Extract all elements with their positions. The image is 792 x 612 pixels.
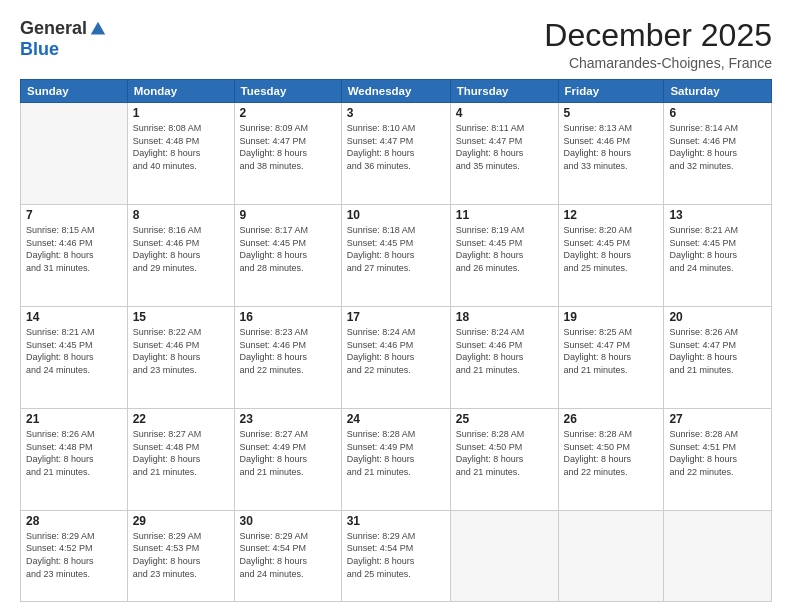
week-row-5: 28Sunrise: 8:29 AM Sunset: 4:52 PM Dayli… (21, 510, 772, 601)
header-cell-friday: Friday (558, 80, 664, 103)
day-cell: 8Sunrise: 8:16 AM Sunset: 4:46 PM Daylig… (127, 205, 234, 307)
day-info: Sunrise: 8:18 AM Sunset: 4:45 PM Dayligh… (347, 224, 445, 274)
svg-marker-0 (91, 21, 105, 34)
day-number: 23 (240, 412, 336, 426)
day-number: 5 (564, 106, 659, 120)
day-info: Sunrise: 8:13 AM Sunset: 4:46 PM Dayligh… (564, 122, 659, 172)
day-info: Sunrise: 8:15 AM Sunset: 4:46 PM Dayligh… (26, 224, 122, 274)
day-info: Sunrise: 8:29 AM Sunset: 4:54 PM Dayligh… (347, 530, 445, 580)
day-info: Sunrise: 8:20 AM Sunset: 4:45 PM Dayligh… (564, 224, 659, 274)
day-cell: 21Sunrise: 8:26 AM Sunset: 4:48 PM Dayli… (21, 408, 128, 510)
day-info: Sunrise: 8:19 AM Sunset: 4:45 PM Dayligh… (456, 224, 553, 274)
day-number: 3 (347, 106, 445, 120)
day-cell: 30Sunrise: 8:29 AM Sunset: 4:54 PM Dayli… (234, 510, 341, 601)
header-cell-tuesday: Tuesday (234, 80, 341, 103)
day-info: Sunrise: 8:14 AM Sunset: 4:46 PM Dayligh… (669, 122, 766, 172)
day-cell: 17Sunrise: 8:24 AM Sunset: 4:46 PM Dayli… (341, 307, 450, 409)
day-info: Sunrise: 8:26 AM Sunset: 4:47 PM Dayligh… (669, 326, 766, 376)
day-cell: 9Sunrise: 8:17 AM Sunset: 4:45 PM Daylig… (234, 205, 341, 307)
day-cell: 16Sunrise: 8:23 AM Sunset: 4:46 PM Dayli… (234, 307, 341, 409)
day-number: 9 (240, 208, 336, 222)
day-number: 27 (669, 412, 766, 426)
header-cell-sunday: Sunday (21, 80, 128, 103)
day-number: 8 (133, 208, 229, 222)
day-info: Sunrise: 8:29 AM Sunset: 4:53 PM Dayligh… (133, 530, 229, 580)
day-cell: 27Sunrise: 8:28 AM Sunset: 4:51 PM Dayli… (664, 408, 772, 510)
day-number: 11 (456, 208, 553, 222)
day-info: Sunrise: 8:21 AM Sunset: 4:45 PM Dayligh… (26, 326, 122, 376)
day-cell: 13Sunrise: 8:21 AM Sunset: 4:45 PM Dayli… (664, 205, 772, 307)
logo-text: General (20, 18, 107, 39)
week-row-4: 21Sunrise: 8:26 AM Sunset: 4:48 PM Dayli… (21, 408, 772, 510)
day-number: 2 (240, 106, 336, 120)
day-info: Sunrise: 8:22 AM Sunset: 4:46 PM Dayligh… (133, 326, 229, 376)
day-cell (450, 510, 558, 601)
header: General Blue December 2025 Chamarandes-C… (20, 18, 772, 71)
day-cell: 18Sunrise: 8:24 AM Sunset: 4:46 PM Dayli… (450, 307, 558, 409)
day-cell (664, 510, 772, 601)
day-cell: 24Sunrise: 8:28 AM Sunset: 4:49 PM Dayli… (341, 408, 450, 510)
day-number: 21 (26, 412, 122, 426)
day-number: 1 (133, 106, 229, 120)
day-number: 29 (133, 514, 229, 528)
day-cell: 11Sunrise: 8:19 AM Sunset: 4:45 PM Dayli… (450, 205, 558, 307)
header-cell-wednesday: Wednesday (341, 80, 450, 103)
day-cell: 4Sunrise: 8:11 AM Sunset: 4:47 PM Daylig… (450, 103, 558, 205)
day-info: Sunrise: 8:17 AM Sunset: 4:45 PM Dayligh… (240, 224, 336, 274)
day-cell: 20Sunrise: 8:26 AM Sunset: 4:47 PM Dayli… (664, 307, 772, 409)
day-number: 4 (456, 106, 553, 120)
day-info: Sunrise: 8:11 AM Sunset: 4:47 PM Dayligh… (456, 122, 553, 172)
day-number: 10 (347, 208, 445, 222)
day-cell: 10Sunrise: 8:18 AM Sunset: 4:45 PM Dayli… (341, 205, 450, 307)
day-cell: 25Sunrise: 8:28 AM Sunset: 4:50 PM Dayli… (450, 408, 558, 510)
day-info: Sunrise: 8:24 AM Sunset: 4:46 PM Dayligh… (347, 326, 445, 376)
day-cell: 26Sunrise: 8:28 AM Sunset: 4:50 PM Dayli… (558, 408, 664, 510)
day-cell: 12Sunrise: 8:20 AM Sunset: 4:45 PM Dayli… (558, 205, 664, 307)
logo-blue-text: Blue (20, 39, 59, 60)
day-info: Sunrise: 8:08 AM Sunset: 4:48 PM Dayligh… (133, 122, 229, 172)
header-row: SundayMondayTuesdayWednesdayThursdayFrid… (21, 80, 772, 103)
day-number: 24 (347, 412, 445, 426)
header-cell-thursday: Thursday (450, 80, 558, 103)
day-number: 7 (26, 208, 122, 222)
day-cell: 7Sunrise: 8:15 AM Sunset: 4:46 PM Daylig… (21, 205, 128, 307)
day-cell: 31Sunrise: 8:29 AM Sunset: 4:54 PM Dayli… (341, 510, 450, 601)
day-cell: 6Sunrise: 8:14 AM Sunset: 4:46 PM Daylig… (664, 103, 772, 205)
calendar-table: SundayMondayTuesdayWednesdayThursdayFrid… (20, 79, 772, 602)
day-info: Sunrise: 8:29 AM Sunset: 4:54 PM Dayligh… (240, 530, 336, 580)
month-title: December 2025 (544, 18, 772, 53)
logo-blue: Blue (20, 39, 59, 59)
day-info: Sunrise: 8:28 AM Sunset: 4:50 PM Dayligh… (564, 428, 659, 478)
day-cell: 29Sunrise: 8:29 AM Sunset: 4:53 PM Dayli… (127, 510, 234, 601)
day-cell: 28Sunrise: 8:29 AM Sunset: 4:52 PM Dayli… (21, 510, 128, 601)
logo-general: General (20, 18, 87, 39)
day-info: Sunrise: 8:24 AM Sunset: 4:46 PM Dayligh… (456, 326, 553, 376)
day-info: Sunrise: 8:27 AM Sunset: 4:49 PM Dayligh… (240, 428, 336, 478)
day-cell: 22Sunrise: 8:27 AM Sunset: 4:48 PM Dayli… (127, 408, 234, 510)
day-number: 28 (26, 514, 122, 528)
day-info: Sunrise: 8:23 AM Sunset: 4:46 PM Dayligh… (240, 326, 336, 376)
day-info: Sunrise: 8:25 AM Sunset: 4:47 PM Dayligh… (564, 326, 659, 376)
day-info: Sunrise: 8:27 AM Sunset: 4:48 PM Dayligh… (133, 428, 229, 478)
day-number: 26 (564, 412, 659, 426)
logo-icon (89, 20, 107, 38)
day-cell: 14Sunrise: 8:21 AM Sunset: 4:45 PM Dayli… (21, 307, 128, 409)
week-row-1: 1Sunrise: 8:08 AM Sunset: 4:48 PM Daylig… (21, 103, 772, 205)
day-info: Sunrise: 8:26 AM Sunset: 4:48 PM Dayligh… (26, 428, 122, 478)
day-cell: 23Sunrise: 8:27 AM Sunset: 4:49 PM Dayli… (234, 408, 341, 510)
day-cell: 5Sunrise: 8:13 AM Sunset: 4:46 PM Daylig… (558, 103, 664, 205)
day-info: Sunrise: 8:21 AM Sunset: 4:45 PM Dayligh… (669, 224, 766, 274)
day-cell: 3Sunrise: 8:10 AM Sunset: 4:47 PM Daylig… (341, 103, 450, 205)
day-info: Sunrise: 8:16 AM Sunset: 4:46 PM Dayligh… (133, 224, 229, 274)
day-number: 19 (564, 310, 659, 324)
day-number: 17 (347, 310, 445, 324)
header-cell-monday: Monday (127, 80, 234, 103)
day-number: 18 (456, 310, 553, 324)
logo: General Blue (20, 18, 107, 60)
day-number: 16 (240, 310, 336, 324)
day-number: 30 (240, 514, 336, 528)
day-number: 14 (26, 310, 122, 324)
day-cell (21, 103, 128, 205)
day-cell: 15Sunrise: 8:22 AM Sunset: 4:46 PM Dayli… (127, 307, 234, 409)
day-number: 15 (133, 310, 229, 324)
